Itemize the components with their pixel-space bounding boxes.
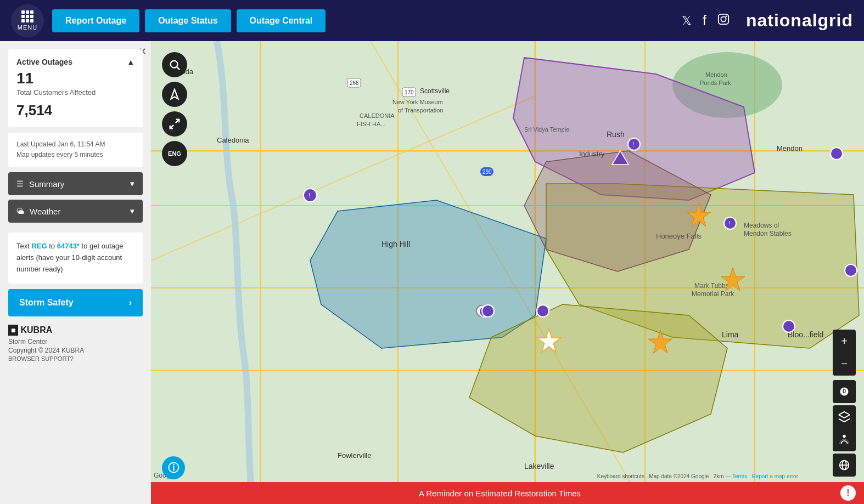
map-attribution: Keyboard shortcuts Map data ©2024 Google…	[597, 473, 798, 479]
svg-text:Scottsville: Scottsville	[420, 87, 450, 95]
svg-point-2	[726, 15, 727, 17]
svg-text:Memorial Park: Memorial Park	[692, 290, 734, 298]
sidebar: ✕ Active Outages ▲ 11 Total Customers Af…	[0, 41, 151, 504]
sms-card: Text REG to 64743* to get outage alerts …	[8, 233, 143, 283]
search-map-button[interactable]	[162, 52, 187, 77]
report-outage-button[interactable]: Report Outage	[52, 9, 139, 32]
svg-text:Fowlerville: Fowlerville	[338, 451, 371, 460]
svg-rect-0	[719, 14, 728, 24]
menu-section: ☰ Summary ▾ 🌥 Weather ▾	[8, 172, 143, 227]
svg-point-66	[783, 320, 795, 332]
total-customers-count: 7,514	[16, 102, 134, 119]
fullscreen-button[interactable]	[162, 111, 187, 137]
svg-text:!: !	[308, 192, 310, 199]
map-container[interactable]: Mendon Ponds Park Belcoda Caledonia CALE…	[151, 41, 864, 504]
sms-reg: REG	[31, 242, 47, 250]
summary-menu-item[interactable]: ☰ Summary ▾	[8, 172, 143, 195]
instagram-icon[interactable]	[717, 13, 730, 29]
info-button[interactable]: ⓘ	[162, 456, 185, 479]
svg-text:CALEDONIA: CALEDONIA	[360, 112, 395, 119]
svg-marker-72	[171, 89, 178, 99]
svg-point-77	[843, 435, 846, 438]
zoom-out-button[interactable]: −	[833, 353, 856, 376]
svg-text:Bloo...field: Bloo...field	[788, 330, 823, 339]
svg-line-71	[177, 67, 179, 70]
outage-status-button[interactable]: Outage Status	[145, 9, 231, 32]
kubra-k-icon: ■	[8, 325, 18, 336]
weather-chevron-icon: ▾	[130, 206, 134, 216]
svg-text:New York Museum: New York Museum	[392, 99, 443, 105]
storm-safety-label: Storm Safety	[19, 298, 74, 308]
header: MENU Report Outage Outage Status Outage …	[0, 0, 864, 41]
copyright-text: Copyright © 2024 KUBRA	[8, 347, 143, 354]
language-button[interactable]: ENG	[162, 141, 187, 166]
svg-text:170: 170	[405, 89, 414, 95]
svg-text:Mendon Stables: Mendon Stables	[744, 230, 792, 237]
sms-prefix: Text	[16, 242, 31, 250]
brand-logo: nationalgrid	[746, 10, 853, 31]
svg-text:of Transportation: of Transportation	[398, 107, 444, 114]
facebook-icon[interactable]: f	[703, 12, 706, 29]
globe-view-button[interactable]	[833, 454, 856, 477]
weather-menu-item[interactable]: 🌥 Weather ▾	[8, 200, 143, 223]
summary-chevron-icon: ▾	[130, 179, 134, 189]
layers-button[interactable]: 0	[833, 380, 856, 403]
menu-button[interactable]: MENU	[11, 4, 44, 37]
brand-prefix: national	[746, 10, 818, 30]
kubra-name: KUBRA	[20, 325, 52, 335]
weather-label: Weather	[30, 207, 60, 216]
svg-point-60	[628, 138, 640, 150]
svg-text:290: 290	[483, 169, 492, 175]
outage-card: Active Outages ▲ 11 Total Customers Affe…	[8, 49, 143, 127]
locate-me-button[interactable]	[162, 82, 187, 107]
summary-icon: ☰	[16, 179, 24, 188]
svg-text:Mendon: Mendon	[777, 144, 803, 152]
map-controls-left: ENG	[162, 52, 187, 166]
svg-text:High Hill: High Hill	[381, 240, 410, 248]
total-customers-label: Total Customers Affected	[16, 88, 134, 97]
zoom-in-button[interactable]: +	[833, 330, 856, 353]
update-card: Last Updated Jan 6, 11:54 AM Map updates…	[8, 133, 143, 167]
brand-suffix: grid	[818, 10, 853, 30]
browser-support-link[interactable]: BROWSER SUPPORT?	[8, 355, 143, 362]
svg-text:FISH HA...: FISH HA...	[357, 121, 386, 127]
svg-text:Lima: Lima	[722, 330, 739, 339]
map-layers-button[interactable]	[833, 405, 856, 428]
svg-text:Lakeville: Lakeville	[524, 462, 554, 471]
svg-text:Honeoye Falls: Honeoye Falls	[656, 232, 702, 240]
sms-middle: to	[47, 242, 57, 250]
svg-text:266: 266	[350, 80, 359, 86]
collapse-icon[interactable]: ▲	[127, 58, 134, 66]
storm-safety-arrow-icon: ›	[129, 298, 132, 308]
banner-alert-icon[interactable]: !	[840, 485, 856, 501]
active-outages-heading: Active Outages ▲	[16, 58, 134, 66]
svg-text:Caledonia: Caledonia	[217, 136, 249, 144]
kubra-footer: ■ KUBRA Storm Center Copyright © 2024 KU…	[8, 325, 143, 363]
svg-text:Meadows of: Meadows of	[744, 222, 779, 229]
svg-text:Ponds Park: Ponds Park	[700, 80, 731, 86]
svg-point-63	[724, 217, 736, 229]
kubra-logo: ■ KUBRA	[8, 325, 143, 336]
svg-point-69	[537, 305, 549, 317]
street-view-button[interactable]	[833, 428, 856, 451]
weather-icon: 🌥	[16, 207, 24, 216]
outage-central-button[interactable]: Outage Central	[237, 9, 326, 32]
last-updated-text: Last Updated Jan 6, 11:54 AM	[16, 139, 134, 150]
social-icons: 𝕏 f	[682, 12, 730, 29]
map-controls-right: + − 0	[833, 330, 856, 477]
bottom-banner: A Reminder on Estimated Restoration Time…	[151, 482, 864, 504]
svg-point-70	[171, 61, 178, 68]
svg-text:!: !	[728, 220, 730, 226]
svg-point-67	[845, 264, 857, 276]
svg-point-1	[721, 16, 726, 21]
active-outages-label: Active Outages	[16, 58, 72, 66]
storm-safety-button[interactable]: Storm Safety ›	[8, 289, 143, 316]
svg-text:!: !	[632, 141, 634, 148]
active-outages-count: 11	[16, 71, 134, 86]
svg-point-68	[482, 305, 494, 317]
update-interval-text: Map updates every 5 minutes	[16, 150, 134, 160]
twitter-icon[interactable]: 𝕏	[682, 14, 692, 28]
svg-text:Mendon: Mendon	[705, 71, 727, 78]
svg-point-65	[831, 148, 843, 160]
summary-label: Summary	[29, 179, 64, 189]
